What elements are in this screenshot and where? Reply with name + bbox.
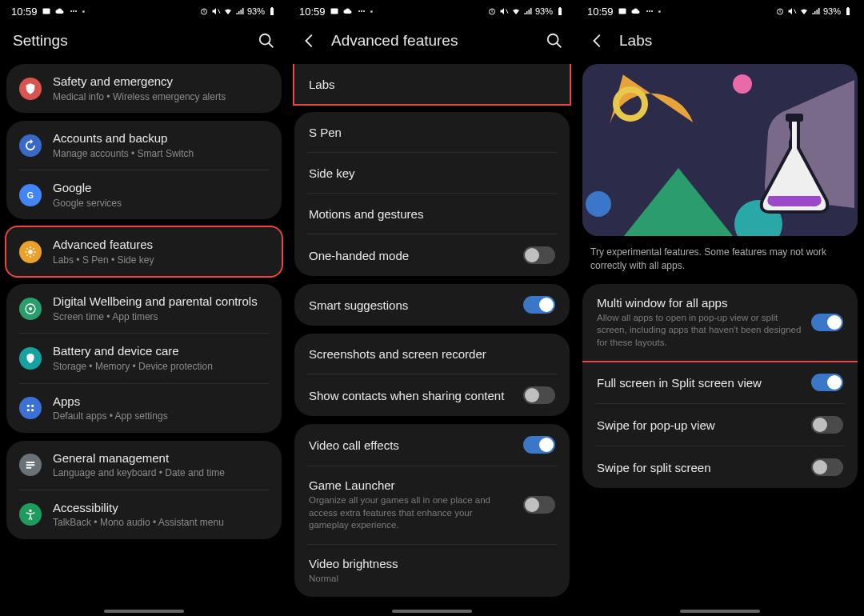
svg-point-1 (70, 10, 72, 12)
settings-item-safety[interactable]: Safety and emergencyMedical info • Wirel… (6, 64, 282, 113)
toggle[interactable] (811, 416, 843, 434)
svg-point-13 (31, 405, 34, 407)
picture-icon (330, 6, 339, 16)
battery-icon (843, 6, 853, 16)
af-item[interactable]: Show contacts when sharing content (294, 374, 570, 416)
toggle[interactable] (523, 296, 555, 314)
alarm-icon (487, 6, 497, 16)
settings-item-apps[interactable]: AppsDefault apps • App settings (6, 384, 282, 433)
settings-group: Digital Wellbeing and parental controlsS… (6, 284, 282, 432)
labs-item[interactable]: Swipe for pop-up view (582, 404, 858, 446)
item-title: Accessibility (53, 500, 269, 516)
battery-icon (19, 347, 42, 370)
item-title: Video call effects (309, 438, 514, 452)
item-title: Video brightness (309, 557, 555, 570)
cloud-icon (55, 6, 65, 16)
svg-rect-18 (26, 467, 32, 469)
toggle[interactable] (811, 314, 843, 331)
settings-item-backup[interactable]: Accounts and backupManage accounts • Sma… (6, 121, 282, 170)
header: Advanced features (288, 22, 576, 64)
svg-point-3 (75, 10, 77, 12)
settings-group: Advanced featuresLabs • S Pen • Side key (6, 227, 282, 276)
settings-group: Accounts and backupManage accounts • Sma… (6, 121, 282, 219)
af-item[interactable]: One-handed mode (294, 234, 570, 276)
signal-icon (235, 6, 245, 16)
settings-list[interactable]: Safety and emergencyMedical info • Wirel… (0, 64, 288, 608)
back-icon[interactable] (301, 32, 318, 50)
af-item[interactable]: Side key (294, 153, 570, 193)
toggle[interactable] (811, 374, 843, 391)
af-item[interactable]: S Pen (294, 112, 570, 152)
item-subtitle: TalkBack • Mono audio • Assistant menu (53, 517, 269, 530)
item-subtitle: Medical info • Wireless emergency alerts (53, 91, 269, 104)
item-title: S Pen (309, 126, 555, 139)
item-title: Swipe for pop-up view (597, 418, 802, 432)
labs-caption: Try experimental features. Some features… (576, 246, 864, 284)
search-icon[interactable] (546, 32, 563, 50)
dots-icon (645, 6, 654, 16)
page-title: Labs (619, 32, 851, 50)
item-subtitle: Google services (53, 198, 269, 210)
backup-icon (19, 134, 42, 157)
toggle[interactable] (811, 458, 843, 476)
toggle[interactable] (523, 246, 555, 264)
af-item[interactable]: Game LauncherOrganize all your games all… (294, 466, 570, 544)
signal-icon (523, 6, 533, 16)
settings-item-wellbeing[interactable]: Digital Wellbeing and parental controlsS… (6, 284, 282, 333)
back-icon[interactable] (589, 32, 606, 50)
nav-indicator[interactable] (104, 610, 184, 613)
labs-item[interactable]: Multi window for all appsAllow all apps … (582, 284, 858, 362)
screen-settings: 10:59 • 93% Settings Safety and emergenc… (0, 0, 288, 616)
af-item[interactable]: Smart suggestions (294, 284, 570, 326)
svg-point-31 (651, 10, 653, 12)
toggle[interactable] (523, 386, 555, 404)
cloud-icon (631, 6, 641, 16)
labs-item[interactable]: Swipe for split screen (582, 446, 858, 488)
search-icon[interactable] (258, 32, 275, 50)
settings-item-general[interactable]: General managementLanguage and keyboard … (6, 441, 282, 490)
item-title: Apps (53, 394, 269, 410)
status-bar: 10:59 • 93% (576, 0, 864, 22)
settings-item-adv[interactable]: Advanced featuresLabs • S Pen • Side key (6, 227, 282, 276)
svg-point-9 (28, 250, 32, 254)
item-title: Swipe for split screen (597, 461, 802, 474)
af-item[interactable]: Video call effects (294, 424, 570, 466)
settings-item-google[interactable]: GGoogleGoogle services (6, 170, 282, 219)
battery-pct: 93% (823, 6, 841, 16)
settings-item-access[interactable]: AccessibilityTalkBack • Mono audio • Ass… (6, 490, 282, 539)
page-title: Advanced features (331, 32, 533, 50)
dots-icon (69, 6, 78, 16)
toggle[interactable] (523, 496, 555, 514)
nav-indicator[interactable] (680, 610, 760, 613)
item-subtitle: Storage • Memory • Device protection (53, 361, 269, 374)
svg-point-41 (771, 122, 790, 147)
settings-item-battery[interactable]: Battery and device careStorage • Memory … (6, 334, 282, 382)
af-item[interactable]: Screenshots and screen recorder (294, 334, 570, 374)
svg-point-12 (27, 405, 30, 407)
af-item[interactable]: Video brightnessNormal (294, 545, 570, 598)
alarm-icon (199, 6, 209, 16)
cloud-icon (343, 6, 353, 16)
svg-point-19 (29, 510, 31, 512)
header: Settings (0, 22, 288, 64)
labs-item[interactable]: Full screen in Split screen view (582, 362, 858, 403)
toggle[interactable] (523, 436, 555, 454)
advanced-features-list[interactable]: LabsS PenSide keyMotions and gesturesOne… (288, 64, 576, 608)
svg-point-22 (361, 10, 362, 12)
svg-rect-28 (618, 9, 626, 14)
svg-rect-16 (26, 462, 35, 463)
svg-rect-26 (559, 7, 561, 8)
af-item[interactable]: Motions and gestures (294, 194, 570, 234)
mute-icon (787, 6, 797, 16)
picture-icon (42, 6, 51, 16)
wellbeing-icon (19, 298, 42, 320)
settings-group: General managementLanguage and keyboard … (6, 441, 282, 539)
labs-content[interactable]: Try experimental features. Some features… (576, 64, 864, 608)
af-item[interactable]: Labs (294, 64, 570, 104)
page-title: Settings (13, 32, 245, 50)
item-subtitle: Default apps • App settings (53, 410, 269, 423)
nav-indicator[interactable] (392, 610, 472, 613)
svg-rect-0 (42, 9, 50, 14)
alarm-icon (775, 6, 785, 16)
svg-rect-34 (847, 7, 849, 8)
